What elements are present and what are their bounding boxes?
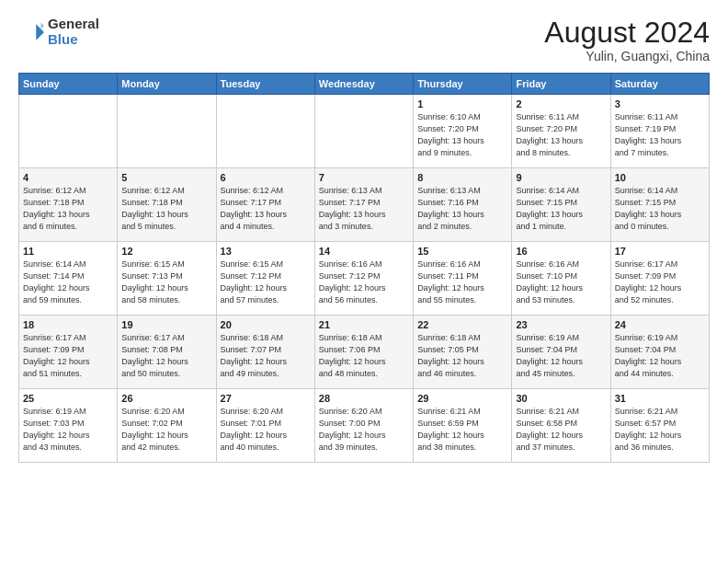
day-info: Sunrise: 6:21 AMSunset: 6:57 PMDaylight:… — [615, 406, 705, 454]
calendar-cell: 29Sunrise: 6:21 AMSunset: 6:59 PMDayligh… — [414, 389, 512, 463]
calendar-cell: 21Sunrise: 6:18 AMSunset: 7:06 PMDayligh… — [314, 316, 413, 389]
day-info: Sunrise: 6:10 AMSunset: 7:20 PMDaylight:… — [417, 111, 507, 159]
calendar-cell: 16Sunrise: 6:16 AMSunset: 7:10 PMDayligh… — [512, 242, 610, 316]
day-info: Sunrise: 6:16 AMSunset: 7:12 PMDaylight:… — [319, 259, 409, 306]
calendar-cell: 15Sunrise: 6:16 AMSunset: 7:11 PMDayligh… — [414, 242, 512, 316]
day-number: 26 — [121, 393, 211, 404]
day-info: Sunrise: 6:18 AMSunset: 7:06 PMDaylight:… — [319, 332, 409, 380]
calendar-cell: 24Sunrise: 6:19 AMSunset: 7:04 PMDayligh… — [610, 316, 709, 389]
calendar-cell: 10Sunrise: 6:14 AMSunset: 7:15 PMDayligh… — [610, 168, 709, 242]
day-number: 2 — [516, 98, 606, 109]
day-info: Sunrise: 6:19 AMSunset: 7:04 PMDaylight:… — [615, 332, 705, 380]
calendar-cell: 13Sunrise: 6:15 AMSunset: 7:12 PMDayligh… — [216, 242, 314, 316]
day-number: 4 — [23, 172, 113, 183]
day-number: 22 — [417, 319, 507, 330]
calendar-table: SundayMondayTuesdayWednesdayThursdayFrid… — [18, 73, 710, 463]
day-number: 20 — [221, 319, 311, 330]
calendar-cell: 14Sunrise: 6:16 AMSunset: 7:12 PMDayligh… — [314, 242, 413, 316]
logo-general-text: General — [48, 17, 99, 32]
day-info: Sunrise: 6:12 AMSunset: 7:18 PMDaylight:… — [121, 185, 211, 233]
day-number: 10 — [615, 172, 705, 183]
day-info: Sunrise: 6:12 AMSunset: 7:18 PMDaylight:… — [23, 185, 113, 233]
day-number: 18 — [23, 319, 113, 330]
day-number: 8 — [417, 172, 507, 183]
day-number: 28 — [319, 393, 409, 404]
header: General Blue August 2024 Yulin, Guangxi,… — [18, 17, 710, 63]
weekday-header-wednesday: Wednesday — [314, 74, 413, 95]
calendar-cell: 18Sunrise: 6:17 AMSunset: 7:09 PMDayligh… — [19, 316, 118, 389]
weekday-header-tuesday: Tuesday — [216, 74, 314, 95]
day-number: 16 — [516, 246, 606, 257]
logo-blue-text: Blue — [48, 32, 99, 48]
calendar-cell: 27Sunrise: 6:20 AMSunset: 7:01 PMDayligh… — [216, 389, 314, 463]
calendar-cell: 25Sunrise: 6:19 AMSunset: 7:03 PMDayligh… — [19, 389, 118, 463]
title-block: August 2024 Yulin, Guangxi, China — [544, 17, 710, 63]
day-info: Sunrise: 6:16 AMSunset: 7:11 PMDaylight:… — [417, 259, 507, 306]
calendar-cell: 28Sunrise: 6:20 AMSunset: 7:00 PMDayligh… — [314, 389, 413, 463]
day-number: 3 — [615, 98, 705, 109]
month-title: August 2024 — [544, 17, 710, 49]
day-number: 17 — [615, 246, 705, 257]
location-subtitle: Yulin, Guangxi, China — [544, 49, 710, 63]
calendar-cell: 22Sunrise: 6:18 AMSunset: 7:05 PMDayligh… — [414, 316, 512, 389]
day-info: Sunrise: 6:14 AMSunset: 7:15 PMDaylight:… — [516, 185, 606, 233]
day-number: 30 — [516, 393, 606, 404]
day-info: Sunrise: 6:20 AMSunset: 7:02 PMDaylight:… — [121, 406, 211, 454]
day-number: 25 — [23, 393, 113, 404]
day-info: Sunrise: 6:19 AMSunset: 7:04 PMDaylight:… — [516, 332, 606, 380]
calendar-cell: 17Sunrise: 6:17 AMSunset: 7:09 PMDayligh… — [610, 242, 709, 316]
day-number: 23 — [516, 319, 606, 330]
day-info: Sunrise: 6:17 AMSunset: 7:08 PMDaylight:… — [121, 332, 211, 380]
day-info: Sunrise: 6:15 AMSunset: 7:12 PMDaylight:… — [221, 259, 311, 306]
calendar-cell: 20Sunrise: 6:18 AMSunset: 7:07 PMDayligh… — [216, 316, 314, 389]
day-info: Sunrise: 6:18 AMSunset: 7:05 PMDaylight:… — [417, 332, 507, 380]
calendar-cell: 8Sunrise: 6:13 AMSunset: 7:16 PMDaylight… — [414, 168, 512, 242]
day-info: Sunrise: 6:15 AMSunset: 7:13 PMDaylight:… — [121, 259, 211, 306]
day-info: Sunrise: 6:13 AMSunset: 7:17 PMDaylight:… — [319, 185, 409, 233]
calendar-cell: 6Sunrise: 6:12 AMSunset: 7:17 PMDaylight… — [216, 168, 314, 242]
day-number: 14 — [319, 246, 409, 257]
calendar-cell — [118, 95, 216, 168]
svg-marker-1 — [41, 22, 45, 29]
day-number: 27 — [221, 393, 311, 404]
calendar-cell — [19, 95, 118, 168]
day-info: Sunrise: 6:17 AMSunset: 7:09 PMDaylight:… — [615, 259, 705, 306]
calendar-cell: 2Sunrise: 6:11 AMSunset: 7:20 PMDaylight… — [512, 95, 610, 168]
day-info: Sunrise: 6:14 AMSunset: 7:15 PMDaylight:… — [615, 185, 705, 233]
day-info: Sunrise: 6:18 AMSunset: 7:07 PMDaylight:… — [221, 332, 311, 380]
day-number: 7 — [319, 172, 409, 183]
weekday-header-thursday: Thursday — [414, 74, 512, 95]
day-info: Sunrise: 6:20 AMSunset: 7:00 PMDaylight:… — [319, 406, 409, 454]
calendar-cell: 30Sunrise: 6:21 AMSunset: 6:58 PMDayligh… — [512, 389, 610, 463]
day-info: Sunrise: 6:16 AMSunset: 7:10 PMDaylight:… — [516, 259, 606, 306]
weekday-header-monday: Monday — [118, 74, 216, 95]
calendar-cell — [216, 95, 314, 168]
day-info: Sunrise: 6:11 AMSunset: 7:19 PMDaylight:… — [615, 111, 705, 159]
day-number: 31 — [615, 393, 705, 404]
day-info: Sunrise: 6:20 AMSunset: 7:01 PMDaylight:… — [221, 406, 311, 454]
day-number: 21 — [319, 319, 409, 330]
day-number: 11 — [23, 246, 113, 257]
day-number: 5 — [121, 172, 211, 183]
day-info: Sunrise: 6:13 AMSunset: 7:16 PMDaylight:… — [417, 185, 507, 233]
day-number: 9 — [516, 172, 606, 183]
calendar-cell: 23Sunrise: 6:19 AMSunset: 7:04 PMDayligh… — [512, 316, 610, 389]
day-number: 29 — [417, 393, 507, 404]
calendar-cell: 11Sunrise: 6:14 AMSunset: 7:14 PMDayligh… — [19, 242, 118, 316]
calendar-cell: 1Sunrise: 6:10 AMSunset: 7:20 PMDaylight… — [414, 95, 512, 168]
calendar-cell: 12Sunrise: 6:15 AMSunset: 7:13 PMDayligh… — [118, 242, 216, 316]
day-number: 19 — [121, 319, 211, 330]
calendar-cell: 3Sunrise: 6:11 AMSunset: 7:19 PMDaylight… — [610, 95, 709, 168]
day-number: 6 — [221, 172, 311, 183]
calendar-cell: 5Sunrise: 6:12 AMSunset: 7:18 PMDaylight… — [118, 168, 216, 242]
calendar-cell: 7Sunrise: 6:13 AMSunset: 7:17 PMDaylight… — [314, 168, 413, 242]
calendar-cell: 26Sunrise: 6:20 AMSunset: 7:02 PMDayligh… — [118, 389, 216, 463]
day-info: Sunrise: 6:17 AMSunset: 7:09 PMDaylight:… — [23, 332, 113, 380]
logo-icon — [18, 19, 44, 45]
day-info: Sunrise: 6:21 AMSunset: 6:58 PMDaylight:… — [516, 406, 606, 454]
calendar-cell: 19Sunrise: 6:17 AMSunset: 7:08 PMDayligh… — [118, 316, 216, 389]
weekday-header-friday: Friday — [512, 74, 610, 95]
day-number: 15 — [417, 246, 507, 257]
day-info: Sunrise: 6:12 AMSunset: 7:17 PMDaylight:… — [221, 185, 311, 233]
day-info: Sunrise: 6:19 AMSunset: 7:03 PMDaylight:… — [23, 406, 113, 454]
